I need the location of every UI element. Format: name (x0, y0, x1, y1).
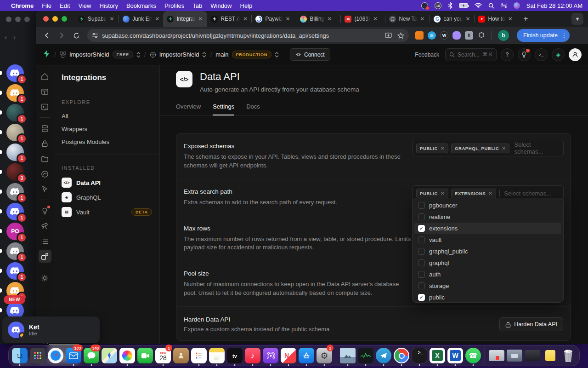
remove-chip-icon[interactable]: ✕ (441, 146, 445, 151)
logs-icon[interactable] (39, 235, 51, 247)
database-icon[interactable] (39, 122, 51, 135)
reports-icon[interactable] (39, 219, 51, 232)
dropdown-option-pgbouncer[interactable]: pgbouncer (414, 200, 561, 211)
menubar-app-name[interactable]: Chrome (11, 2, 34, 9)
edge-functions-icon[interactable] (39, 167, 51, 180)
tab-close-icon[interactable]: ✕ (373, 16, 378, 22)
browser-tab-7[interactable]: 1k(1063)✕ (341, 11, 385, 27)
project-breadcrumb[interactable]: ImpostorShield (150, 51, 207, 58)
remove-chip-icon[interactable]: ✕ (502, 146, 506, 151)
dock-mail-icon[interactable]: 103 (65, 346, 82, 365)
dock-whatsapp-icon[interactable]: ☎ (465, 346, 481, 365)
tab-close-icon[interactable]: ✕ (198, 16, 203, 22)
browser-tab-10[interactable]: How to✕ (475, 11, 519, 27)
vpn-status-icon[interactable] (421, 2, 428, 9)
w-extension-icon[interactable]: W (440, 31, 448, 40)
discord-server-8[interactable]: 1 (6, 203, 24, 220)
browser-tab-1[interactable]: Supaba✕ (74, 11, 119, 27)
unchecked-checkbox[interactable] (418, 259, 425, 266)
notifications-button[interactable] (518, 48, 531, 61)
project-switcher-chevron[interactable] (202, 52, 206, 58)
browser-tab-6[interactable]: Billing✕ (296, 11, 340, 27)
tab-docs[interactable]: Docs (246, 103, 260, 115)
explore-item-all[interactable]: All (54, 109, 159, 122)
discord-server-10[interactable]: 1 (6, 242, 24, 260)
dock-preview-icon[interactable] (339, 346, 356, 365)
bookmark-star-icon[interactable] (397, 32, 404, 39)
finish-update-button[interactable]: Finish update⋮ (517, 29, 570, 42)
dock-launchpad-icon[interactable] (29, 346, 46, 365)
discord-user-panel[interactable]: Ket Idle (2, 316, 100, 343)
wifi-icon[interactable] (475, 3, 482, 8)
profile-avatar[interactable]: b (498, 30, 509, 41)
discord-server-5[interactable]: 1 (6, 144, 24, 161)
control-center-icon[interactable] (501, 3, 507, 8)
installed-item-vault[interactable]: ⊠VaultBETA (54, 205, 159, 219)
dock-contacts-icon[interactable] (173, 346, 189, 365)
user-avatar-button[interactable] (569, 48, 582, 61)
dock-sticky-note-icon[interactable] (542, 346, 559, 365)
tab-close-icon[interactable]: ✕ (155, 16, 159, 22)
discord-server-3[interactable]: 1 (6, 104, 24, 121)
org-switcher-chevron[interactable] (136, 52, 141, 58)
unchecked-checkbox[interactable] (418, 271, 425, 278)
help-button[interactable]: ? (501, 48, 514, 61)
purple-extension-icon[interactable] (452, 31, 461, 40)
dock-settings-icon[interactable]: ⚙1 (316, 346, 333, 365)
installed-item-data-api[interactable]: </>Data API (54, 175, 159, 190)
home-icon[interactable] (39, 70, 51, 83)
dock-thumb-dark-icon[interactable] (524, 346, 541, 365)
tab-close-icon[interactable]: ✕ (420, 16, 424, 22)
discord-server-4[interactable]: 1 (6, 124, 24, 141)
forward-button[interactable] (55, 29, 68, 42)
browser-tab-5[interactable]: Paywiz✕ (252, 11, 296, 27)
tab-close-icon[interactable]: ✕ (109, 16, 114, 22)
dropdown-option-extensions[interactable]: ✓extensions (414, 223, 561, 234)
harden-data-api-button[interactable]: Harden Data API (499, 317, 563, 331)
dock-notes-icon[interactable] (209, 346, 225, 365)
schema-chip[interactable]: PUBLIC✕ (416, 144, 448, 153)
schema-chip[interactable]: GRAPHQL_PUBLIC✕ (451, 144, 510, 153)
dropdown-option-vault[interactable]: vault (414, 234, 561, 246)
discord-server-11[interactable]: 1 (6, 262, 24, 280)
dropdown-option-storage[interactable]: storage (414, 280, 561, 292)
tab-close-icon[interactable]: ✕ (508, 16, 513, 22)
storage-icon[interactable] (39, 152, 51, 165)
checked-checkbox[interactable]: ✓ (418, 294, 425, 301)
table-editor-icon[interactable] (39, 85, 51, 98)
dock-thumb-calendar-icon[interactable] (488, 346, 505, 365)
menubar-item-history[interactable]: History (99, 2, 118, 9)
tab-close-icon[interactable]: ✕ (243, 16, 248, 22)
remove-chip-icon[interactable]: ✕ (441, 191, 445, 196)
command-menu-button[interactable]: >_ (535, 48, 548, 61)
org-breadcrumb[interactable]: ImpostorShield FREE (60, 51, 141, 58)
unchecked-checkbox[interactable] (418, 282, 425, 289)
realtime-icon[interactable] (39, 183, 51, 196)
dropdown-option-realtime[interactable]: realtime (414, 211, 561, 223)
settings-icon[interactable] (39, 271, 51, 284)
status-button[interactable]: ◈ (552, 48, 565, 61)
dock-telegram-icon[interactable] (375, 346, 392, 365)
dock-excel-icon[interactable]: X (429, 346, 446, 365)
menubar-clock[interactable]: Sat Feb 28 12:00 AM (526, 2, 582, 9)
dock-chrome-icon[interactable] (393, 346, 410, 365)
tab-search-chevron-button[interactable]: ▼ (571, 13, 583, 25)
fl-extension-icon[interactable]: fl (465, 31, 473, 40)
siri-icon[interactable] (514, 2, 520, 9)
dock-messages-icon[interactable]: 348 (83, 346, 100, 365)
unchecked-checkbox[interactable] (418, 213, 425, 220)
integrations-icon[interactable] (39, 250, 51, 263)
browser-tab-2[interactable]: Junk En✕ (119, 11, 163, 27)
dock-activity-icon[interactable] (357, 346, 374, 365)
dropdown-option-public[interactable]: ✓public (414, 292, 561, 303)
bluetooth-icon[interactable] (448, 2, 452, 9)
branch-breadcrumb[interactable]: main PRODUCTION (215, 51, 279, 58)
dock-podcasts-icon[interactable] (262, 346, 279, 365)
dock-finder-icon[interactable] (11, 346, 28, 365)
dock-thumb-window-icon[interactable] (506, 346, 523, 365)
discord-server-9[interactable]: PO1 (6, 223, 24, 240)
browser-tab-8[interactable]: New Ta✕ (385, 11, 430, 27)
explore-item-postgres-modules[interactable]: Postgres Modules (54, 135, 159, 148)
menubar-item-edit[interactable]: Edit (60, 2, 70, 9)
unchecked-checkbox[interactable] (418, 202, 425, 209)
